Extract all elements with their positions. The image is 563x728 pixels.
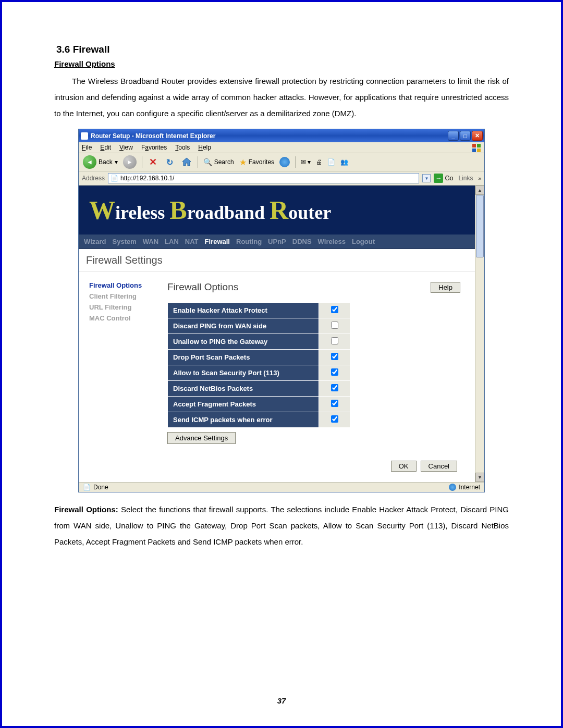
edit-page-button[interactable]: 📄	[327, 158, 335, 166]
side-menu-item[interactable]: Firewall Options	[89, 281, 162, 289]
search-button[interactable]: 🔍 Search	[203, 158, 234, 166]
nav-item-firewall[interactable]: Firewall	[205, 238, 230, 245]
maximize-button[interactable]: □	[460, 131, 471, 141]
option-checkbox-cell	[319, 350, 350, 365]
vertical-scrollbar[interactable]: ▲ ▼	[475, 186, 484, 482]
scroll-thumb[interactable]	[476, 195, 484, 257]
favorites-button[interactable]: ★ Favorites	[239, 157, 274, 167]
option-checkbox-cell	[319, 365, 350, 381]
close-button[interactable]: ✕	[472, 131, 483, 141]
option-checkbox[interactable]	[331, 353, 338, 360]
refresh-button[interactable]: ↻	[164, 156, 176, 168]
caption-bold: Firewall Options:	[54, 505, 118, 514]
stop-button[interactable]: ✕	[148, 156, 159, 168]
separator-icon	[142, 156, 142, 168]
menu-view[interactable]: View	[119, 144, 133, 151]
option-checkbox-cell	[319, 303, 350, 318]
menu-help[interactable]: Help	[198, 144, 211, 151]
address-input[interactable]: 📄 http://192.168.10.1/	[108, 173, 419, 183]
status-text: Done	[93, 484, 108, 491]
address-label: Address	[82, 175, 105, 182]
option-checkbox[interactable]	[331, 306, 338, 313]
side-menu-item[interactable]: MAC Control	[89, 314, 162, 322]
mail-button[interactable]: ✉ ▾	[301, 158, 311, 166]
option-checkbox[interactable]	[331, 322, 338, 329]
forward-button[interactable]: ►	[123, 155, 137, 169]
option-label: Send ICMP packets when error	[168, 412, 319, 428]
page-icon: 📄	[111, 175, 118, 182]
option-checkbox-cell	[319, 412, 350, 428]
svg-rect-3	[477, 149, 481, 152]
menu-edit[interactable]: Edit	[100, 144, 111, 151]
option-label: Accept Fragment Packets	[168, 397, 319, 412]
chevron-right-icon[interactable]: »	[478, 176, 481, 181]
menu-favorites[interactable]: Favorites	[141, 144, 167, 151]
nav-strip: WizardSystemWANLANNATFirewallRoutingUPnP…	[79, 235, 475, 249]
separator-icon	[198, 156, 198, 168]
scroll-up-button[interactable]: ▲	[475, 186, 484, 195]
home-button[interactable]	[181, 156, 192, 168]
caption-rest: Select the functions that firewall suppo…	[54, 505, 509, 546]
address-dropdown[interactable]: ▼	[422, 174, 431, 182]
ie-app-icon	[81, 132, 88, 140]
side-menu-item[interactable]: URL Filtering	[89, 303, 162, 311]
nav-item-routing[interactable]: Routing	[236, 238, 262, 245]
windows-logo-icon	[472, 143, 481, 153]
history-button[interactable]	[279, 157, 290, 167]
side-menu: Firewall OptionsClient FilteringURL Filt…	[84, 281, 167, 477]
go-arrow-icon: →	[434, 174, 443, 183]
nav-item-nat[interactable]: NAT	[185, 238, 199, 245]
title-bar: Router Setup - Microsoft Internet Explor…	[79, 129, 484, 142]
option-checkbox-cell	[319, 381, 350, 397]
back-button[interactable]: ◄ Back ▾	[83, 155, 118, 169]
content-area: Wireless Broadband Router WizardSystemWA…	[79, 186, 484, 482]
option-label: Discard PING from WAN side	[168, 318, 319, 334]
table-row: Send ICMP packets when error	[168, 412, 350, 428]
cancel-button[interactable]: Cancel	[421, 461, 457, 472]
option-checkbox-cell	[319, 334, 350, 350]
nav-item-wan[interactable]: WAN	[143, 238, 158, 245]
minimize-button[interactable]: _	[448, 131, 459, 141]
section-heading: 3.6 Firewall	[54, 44, 509, 55]
option-checkbox[interactable]	[331, 400, 338, 407]
panel-title: Firewall Options	[167, 281, 238, 293]
print-button[interactable]: 🖨	[316, 158, 322, 166]
nav-item-system[interactable]: System	[113, 238, 137, 245]
zone-text: Internet	[459, 484, 480, 491]
option-label: Allow to Scan Security Port (113)	[168, 365, 319, 381]
nav-item-ddns[interactable]: DDNS	[292, 238, 312, 245]
help-button[interactable]: Help	[431, 282, 460, 293]
intro-paragraph: The Wireless Broadband Router provides e…	[54, 73, 509, 121]
nav-item-upnp[interactable]: UPnP	[268, 238, 286, 245]
advance-settings-button[interactable]: Advance Settings	[167, 432, 236, 444]
ie-window: Router Setup - Microsoft Internet Explor…	[78, 129, 485, 492]
subheading: Firewall Options	[54, 59, 509, 68]
option-checkbox[interactable]	[331, 415, 338, 423]
option-checkbox-cell	[319, 397, 350, 412]
table-row: Accept Fragment Packets	[168, 397, 350, 412]
option-label: Enable Hacker Attack Protect	[168, 303, 319, 318]
menu-file[interactable]: File	[82, 144, 92, 151]
nav-item-wireless[interactable]: Wireless	[318, 238, 346, 245]
option-checkbox[interactable]	[331, 337, 338, 344]
nav-item-lan[interactable]: LAN	[165, 238, 179, 245]
menu-tools[interactable]: Tools	[175, 144, 190, 151]
star-icon: ★	[239, 157, 247, 167]
discuss-button[interactable]: 👥	[340, 158, 348, 166]
go-button[interactable]: → Go	[434, 174, 453, 183]
ok-button[interactable]: OK	[391, 461, 417, 472]
option-checkbox[interactable]	[331, 384, 338, 391]
separator-icon	[295, 156, 296, 168]
option-checkbox[interactable]	[331, 368, 338, 376]
scroll-down-button[interactable]: ▼	[475, 473, 484, 482]
router-banner: Wireless Broadband Router	[79, 186, 475, 235]
option-label: Unallow to PING the Gateway	[168, 334, 319, 350]
nav-item-logout[interactable]: Logout	[352, 238, 375, 245]
table-row: Drop Port Scan Packets	[168, 350, 350, 365]
page-icon: 📄	[83, 484, 91, 491]
firewall-options-table: Enable Hacker Attack ProtectDiscard PING…	[167, 302, 350, 428]
links-label[interactable]: Links	[456, 175, 475, 182]
window-title: Router Setup - Microsoft Internet Explor…	[91, 132, 215, 140]
side-menu-item[interactable]: Client Filtering	[89, 292, 162, 300]
nav-item-wizard[interactable]: Wizard	[84, 238, 106, 245]
